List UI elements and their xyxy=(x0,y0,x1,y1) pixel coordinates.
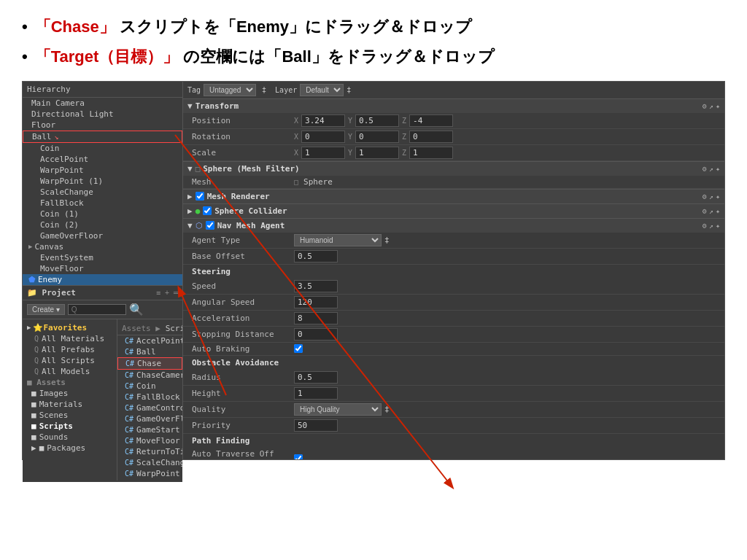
project-content: ▶ ⭐ Favorites QAll Materials QAll Prefab… xyxy=(23,319,182,481)
rotation-y[interactable] xyxy=(355,131,399,143)
h-item-coin1[interactable]: Coin (1) xyxy=(23,209,182,219)
create-button[interactable]: Create ▾ xyxy=(27,304,65,315)
h-item-floor[interactable]: Floor xyxy=(23,120,182,131)
priority-input[interactable] xyxy=(294,419,338,432)
speed-row: Speed xyxy=(183,279,724,295)
favorites-header: ▶ ⭐ Favorites xyxy=(23,322,117,333)
all-scripts[interactable]: QAll Scripts xyxy=(23,355,117,366)
rotation-z[interactable] xyxy=(409,131,453,143)
h-item-eventsystem[interactable]: EventSystem xyxy=(23,252,182,263)
h-item-fallblock[interactable]: FallBlock xyxy=(23,198,182,209)
sphere-collider-header[interactable]: ▶ ● Sphere Collider ⚙↗✦ xyxy=(183,204,724,218)
nav-mesh-toggle[interactable] xyxy=(206,221,214,230)
folder-materials[interactable]: ■Materials xyxy=(23,399,117,410)
steering-label: Steering xyxy=(183,265,724,279)
all-prefabs[interactable]: QAll Prefabs xyxy=(23,344,117,355)
agent-type-select[interactable]: Humanoid xyxy=(294,234,382,246)
auto-braking-toggle[interactable] xyxy=(294,344,303,353)
position-row: Position X Y Z xyxy=(183,113,724,129)
project-left: ▶ ⭐ Favorites QAll Materials QAll Prefab… xyxy=(23,319,117,481)
h-item-coin[interactable]: Coin xyxy=(23,143,182,154)
script-gamestart[interactable]: C#GameStart xyxy=(117,424,182,435)
nav-mesh-agent-component: ▼ ⬡ Nav Mesh Agent ⚙↗✦ Agent Type Humano… xyxy=(183,219,724,459)
h-item-movefloor[interactable]: MoveFloor xyxy=(23,263,182,274)
script-gameoverfloor[interactable]: C#GameOverFloor xyxy=(117,413,182,424)
h-item-directional-light[interactable]: Directional Light xyxy=(23,109,182,120)
script-movefloor[interactable]: C#MoveFloor xyxy=(117,435,182,446)
h-item-scalechange[interactable]: ScaleChange xyxy=(23,187,182,198)
stopping-distance-row: Stopping Distance xyxy=(183,327,724,343)
all-models[interactable]: QAll Models xyxy=(23,366,117,377)
transform-component: ▼ Transform ⚙↗✦ Position X Y Z Rotation xyxy=(183,99,724,162)
quality-select[interactable]: High Quality xyxy=(294,403,382,416)
mesh-renderer-header[interactable]: ▶ Mesh Renderer ⚙↗✦ xyxy=(183,190,724,203)
folder-packages[interactable]: ▶■Packages xyxy=(23,443,117,454)
tag-select[interactable]: Untagged xyxy=(204,84,256,96)
script-scalechange[interactable]: C#ScaleChange xyxy=(117,457,182,468)
radius-input[interactable] xyxy=(294,371,338,384)
script-fallblock[interactable]: C#FallBlock xyxy=(117,392,182,402)
scale-x[interactable] xyxy=(301,147,345,159)
h-item-warppoint1[interactable]: WarpPoint (1) xyxy=(23,176,182,187)
tag-layer-row: Tag Untagged ‡ Layer Default ‡ xyxy=(183,82,724,99)
script-accelpoint[interactable]: C#AccelPoint xyxy=(117,335,182,346)
speed-input[interactable] xyxy=(294,280,338,292)
script-ball[interactable]: C#Ball xyxy=(117,346,182,357)
folder-sounds[interactable]: ■Sounds xyxy=(23,432,117,443)
angular-speed-row: Angular Speed xyxy=(183,295,724,311)
script-returntotitle[interactable]: C#ReturnToTitle xyxy=(117,446,182,457)
position-x[interactable] xyxy=(301,114,345,127)
base-offset-input[interactable] xyxy=(294,250,338,262)
h-item-warppoint[interactable]: WarpPoint xyxy=(23,165,182,176)
agent-type-row: Agent Type Humanoid ‡ xyxy=(183,233,724,249)
script-chase[interactable]: C#Chase xyxy=(117,357,182,370)
instruction-2-black: の空欄には「Ball」をドラッグ＆ドロップ xyxy=(183,47,494,66)
stopping-distance-input[interactable] xyxy=(294,328,338,341)
transform-header[interactable]: ▼ Transform ⚙↗✦ xyxy=(183,99,724,113)
sphere-collider-component: ▶ ● Sphere Collider ⚙↗✦ xyxy=(183,204,724,219)
layer-select[interactable]: Default xyxy=(300,84,344,96)
search-input[interactable] xyxy=(68,304,126,315)
h-item-accelpoint[interactable]: AccelPoint xyxy=(23,154,182,165)
instructions-block: • 「Chase」 スクリプトを「Enemy」にドラッグ＆ドロップ • 「Tar… xyxy=(0,0,747,81)
position-y[interactable] xyxy=(355,114,399,127)
h-item-enemy[interactable]: ⬟ Enemy xyxy=(23,274,182,285)
folder-scripts[interactable]: ■Scripts xyxy=(23,421,117,432)
folder-scenes[interactable]: ■Scenes xyxy=(23,410,117,421)
scale-z[interactable] xyxy=(409,147,453,159)
script-gamecontroller[interactable]: C#GameController xyxy=(117,402,182,413)
rotation-x[interactable] xyxy=(301,131,345,143)
h-item-gameoverfloor[interactable]: GameOverFloor xyxy=(23,230,182,241)
h-item-main-camera[interactable]: Main Camera xyxy=(23,98,182,109)
acceleration-input[interactable] xyxy=(294,312,338,324)
script-chasecamera[interactable]: C#ChaseCamera xyxy=(117,370,182,381)
left-panels: Hierarchy Main Camera Directional Light … xyxy=(23,82,183,459)
auto-traverse-toggle[interactable] xyxy=(294,454,303,459)
obstacle-avoidance-label: Obstacle Avoidance xyxy=(183,356,724,370)
nav-mesh-agent-header[interactable]: ▼ ⬡ Nav Mesh Agent ⚙↗✦ xyxy=(183,219,724,233)
h-item-ball[interactable]: Ball ↘ xyxy=(23,131,182,143)
priority-row: Priority xyxy=(183,418,724,434)
project-toolbar: Create ▾ 🔍 xyxy=(23,300,182,319)
h-item-canvas[interactable]: ▶Canvas xyxy=(23,241,182,252)
all-materials[interactable]: QAll Materials xyxy=(23,333,117,344)
position-z[interactable] xyxy=(409,114,453,127)
script-warppoint[interactable]: C#WarpPoint xyxy=(117,468,182,479)
auto-braking-row: Auto Braking xyxy=(183,343,724,356)
mesh-renderer-toggle[interactable] xyxy=(196,192,204,201)
sphere-collider-toggle[interactable] xyxy=(203,206,212,215)
scale-y[interactable] xyxy=(355,147,399,159)
unity-editor: Hierarchy Main Camera Directional Light … xyxy=(22,81,725,460)
mesh-filter-header[interactable]: ▼ □ Sphere (Mesh Filter) ⚙↗✦ xyxy=(183,162,724,176)
instruction-1: • 「Chase」 スクリプトを「Enemy」にドラッグ＆ドロップ xyxy=(22,13,725,40)
quality-row: Quality High Quality ‡ xyxy=(183,402,724,418)
scale-row: Scale X Y Z xyxy=(183,145,724,161)
angular-speed-input[interactable] xyxy=(294,296,338,308)
hierarchy-panel: Hierarchy Main Camera Directional Light … xyxy=(23,82,183,285)
script-coin[interactable]: C#Coin xyxy=(117,381,182,392)
height-input[interactable] xyxy=(294,387,338,400)
project-panel: 📁 Project ≡ + ═ Create ▾ 🔍 ▶ ⭐ Favorites… xyxy=(23,285,182,482)
folder-images[interactable]: ■Images xyxy=(23,388,117,399)
breadcrumb: Assets ▶ Scripts xyxy=(117,322,182,335)
h-item-coin2[interactable]: Coin (2) xyxy=(23,219,182,230)
